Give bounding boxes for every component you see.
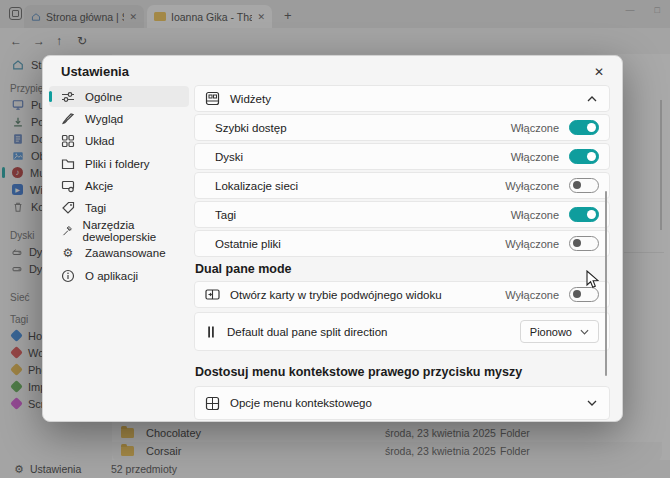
nav-label: Układ — [85, 135, 114, 147]
toggle-state-label: Wyłączone — [505, 180, 559, 192]
section-heading-dual-pane: Dual pane mode — [195, 262, 292, 276]
dual-pane-tabs-icon — [205, 288, 220, 301]
toggle-state-label: Włączone — [511, 151, 559, 163]
setting-row-split-direction: Default dual pane split direction Pionow… — [194, 312, 610, 351]
section-heading-context-menu: Dostosuj menu kontekstowe prawego przyci… — [195, 365, 522, 379]
context-menu-icon — [205, 396, 220, 411]
toggle-state-label: Włączone — [511, 122, 559, 134]
gear-icon: ⚙ — [61, 246, 75, 260]
nav-item-layout[interactable]: Układ — [49, 131, 189, 152]
nav-item-about[interactable]: O aplikacji — [49, 265, 189, 286]
nav-item-files-folders[interactable]: Pliki i foldery — [49, 153, 189, 174]
widgets-icon — [205, 91, 220, 106]
split-direction-dropdown[interactable]: Pionowo — [520, 320, 599, 343]
nav-label: O aplikacji — [85, 270, 138, 282]
chevron-down-icon[interactable] — [587, 400, 597, 406]
row-label: Szybki dostęp — [215, 122, 511, 134]
paintbrush-icon — [61, 112, 75, 126]
nav-label: Zaawansowane — [85, 247, 166, 259]
row-label: Default dual pane split direction — [227, 326, 520, 338]
mouse-cursor — [586, 270, 599, 289]
settings-dialog: Ustawienia ✕ Ogólne Wygląd Układ Pliki i… — [42, 55, 623, 422]
nav-label: Wygląd — [85, 113, 123, 125]
setting-row-quick-access: Szybki dostęp Włączone — [194, 114, 610, 141]
nav-label: Ogólne — [85, 91, 122, 103]
nav-item-actions[interactable]: Akcje — [49, 176, 189, 197]
sliders-icon — [61, 90, 75, 104]
dropdown-value: Pionowo — [530, 326, 572, 338]
nav-item-general[interactable]: Ogólne — [49, 86, 189, 107]
toggle-state-label: Włączone — [511, 209, 559, 221]
nav-item-appearance[interactable]: Wygląd — [49, 108, 189, 129]
dialog-scrollbar[interactable] — [605, 191, 607, 376]
settings-content: Widżety Szybki dostęp Włączone Dyski Włą… — [194, 56, 610, 421]
tools-icon — [61, 224, 73, 238]
split-direction-icon — [205, 325, 217, 339]
row-label: Widżety — [230, 93, 587, 105]
nav-label: Narzędzia deweloperskie — [83, 219, 189, 243]
dialog-title: Ustawienia — [61, 64, 129, 79]
toggle-knob — [587, 123, 596, 132]
row-label: Tagi — [215, 209, 511, 221]
tags-toggle[interactable] — [569, 207, 599, 222]
quick-access-toggle[interactable] — [569, 120, 599, 135]
recent-files-toggle[interactable] — [569, 236, 599, 251]
setting-row-drives: Dyski Włączone — [194, 143, 610, 170]
open-tabs-dual-toggle[interactable] — [569, 287, 599, 302]
toggle-knob — [573, 181, 581, 189]
actions-icon — [61, 179, 75, 193]
toggle-knob — [587, 152, 596, 161]
row-label: Otwórz karty w trybie podwójnego widoku — [230, 289, 505, 301]
row-label: Ostatnie pliki — [215, 238, 505, 250]
setting-row-network-locations: Lokalizacje sieci Wyłączone — [194, 172, 610, 199]
settings-nav: Ogólne Wygląd Układ Pliki i foldery Akcj… — [49, 86, 189, 288]
network-locations-toggle[interactable] — [569, 178, 599, 193]
row-label: Dyski — [215, 151, 511, 163]
toggle-knob — [573, 239, 581, 247]
nav-label: Pliki i foldery — [85, 158, 150, 170]
setting-row-recent-files: Ostatnie pliki Wyłączone — [194, 230, 610, 257]
nav-item-tags[interactable]: Tagi — [49, 198, 189, 219]
nav-label: Akcje — [85, 180, 113, 192]
row-label: Lokalizacje sieci — [215, 180, 505, 192]
folder-icon — [61, 157, 75, 171]
toggle-state-label: Wyłączone — [505, 238, 559, 250]
nav-item-devtools[interactable]: Narzędzia deweloperskie — [49, 220, 189, 241]
toggle-state-label: Wyłączone — [505, 289, 559, 301]
files-app-window: Strona główna | Strona główna ✕ Ioanna G… — [0, 0, 670, 478]
nav-item-advanced[interactable]: ⚙ Zaawansowane — [49, 243, 189, 264]
row-label: Opcje menu kontekstowego — [230, 397, 587, 409]
chevron-up-icon[interactable] — [587, 96, 597, 102]
layout-grid-icon — [61, 134, 75, 148]
tag-icon — [61, 201, 75, 215]
setting-row-tags: Tagi Włączone — [194, 201, 610, 228]
toggle-knob — [587, 210, 596, 219]
info-icon — [61, 269, 75, 283]
context-menu-expander[interactable]: Opcje menu kontekstowego — [194, 386, 610, 420]
widgets-expander[interactable]: Widżety — [194, 85, 610, 112]
nav-label: Tagi — [85, 202, 106, 214]
setting-row-open-tabs-dual: Otwórz karty w trybie podwójnego widoku … — [194, 281, 610, 308]
drives-toggle[interactable] — [569, 149, 599, 164]
toggle-knob — [573, 290, 581, 298]
chevron-down-icon — [580, 329, 589, 335]
